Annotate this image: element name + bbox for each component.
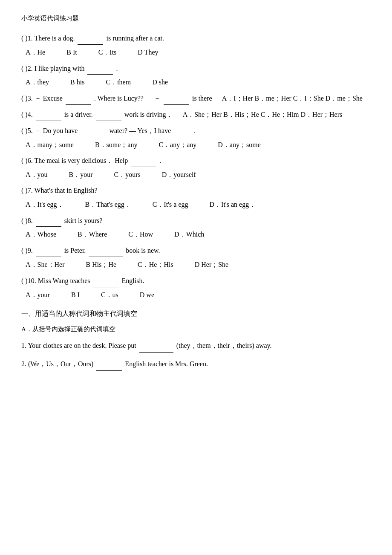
q9-row: ( )9. is Peter. book is new. [21,244,371,257]
question-10: ( )10. Miss Wang teaches English. A．your… [21,275,371,301]
q7-opt-a: A．It's egg． [26,199,64,211]
q1-opt-b: B It [66,46,77,59]
q3-after1: . Where is Lucy?? [94,95,144,102]
question-8: ( )8. skirt is yours? A．Whose B．Where C．… [21,214,371,241]
q6-opt-d: D．yourself [162,169,196,181]
q4-blank1 [36,108,61,121]
q9-options: A．She；Her B His；He C．He；His D Her；She [26,259,371,271]
q6-blank [131,154,156,167]
q9-opt-d: D Her；She [195,259,229,271]
sa2-text: (We，Us，Our，Ours) [28,360,93,367]
q2-options: A．they B his C．them D she [26,76,371,89]
q4-number: ( )4. [21,111,33,118]
q10-opt-d: D we [140,289,154,301]
q7-opt-d: D．It's an egg． [210,199,256,211]
sa2-blank [96,357,122,371]
q6-number: ( )6. [21,157,33,164]
q5-text: － Do you have [35,127,78,134]
q10-text: Miss Wang teaches [38,277,90,284]
q10-blank [93,275,119,287]
q10-options: A．your B I C．us D we [26,289,371,301]
q2-opt-a: A．they [26,76,49,89]
question-3: ( )3. － Excuse . Where is Lucy?? － is th… [21,92,371,105]
q8-opt-c: C．How [128,228,153,241]
q8-options: A．Whose B．Where C．How D．Which [26,228,371,241]
q7-number: ( )7. [21,187,33,194]
q1-options: A．He B It C．Its D They [26,46,371,59]
q5-opt-c: C．any；any [159,139,196,151]
sa1-text: Your clothes are on the desk. Please put [28,342,136,349]
q3-blank1 [66,92,91,105]
q6-row: ( )6. The meal is very delicious． Help . [21,154,371,167]
question-4: ( )4. is a driver. work is driving． A．Sh… [21,108,371,121]
question-5: ( )5. － Do you have water? — Yes，I have … [21,124,371,151]
q8-after: skirt is yours? [64,217,103,224]
q8-number: ( )8. [21,217,33,224]
q2-opt-b: B his [70,76,84,89]
q3-text: － Excuse [35,95,63,102]
q6-opt-b: B．your [69,169,93,181]
q5-opt-d: D．any；some [218,139,260,151]
q1-after: is running after a cat. [106,35,164,42]
q6-opt-a: A．you [26,169,48,181]
q9-blank1 [36,244,61,257]
q5-after2: . [194,127,196,134]
q10-opt-a: A．your [26,289,50,301]
q7-opt-c: C．It's a egg [153,199,188,211]
q2-opt-c: C．them [106,76,131,89]
q2-after: . [116,65,118,72]
q5-row: ( )5. － Do you have water? — Yes，I have … [21,124,371,137]
q10-opt-c: C．us [101,289,118,301]
sa1-after: (they，them，their，theirs) away. [176,342,272,349]
q8-opt-b: B．Where [78,228,107,241]
subsection-a-title: A．从括号内选择正确的代词填空 [21,324,371,335]
q8-row: ( )8. skirt is yours? [21,214,371,227]
q9-number: ( )9. [21,247,33,254]
q1-opt-a: A．He [26,46,45,59]
q1-row: ( )1. There is a dog. is running after a… [21,32,371,45]
q2-text: I like playing with [35,65,85,72]
q5-opt-b: B．some；any [95,139,138,151]
q3-part2: － [154,95,161,102]
q3-opts-inline: A．I；Her B．me；Her C．I；She D．me；She [222,95,363,102]
q2-number: ( )2. [21,65,33,72]
q7-options: A．It's egg． B．That's egg． C．It's a egg D… [26,199,371,211]
q9-blank2 [89,244,123,257]
q9-opt-c: C．He；His [138,259,173,271]
q6-text: The meal is very delicious． Help [34,157,128,164]
question-2: ( )2. I like playing with . A．they B his… [21,62,371,89]
q3-number: ( )3. [21,95,33,102]
sa2-number: 2. [21,360,26,367]
q7-text: What's that in English? [34,187,97,194]
q4-row: ( )4. is a driver. work is driving． A．Sh… [21,108,371,121]
q6-options: A．you B．your C．yours D．yourself [26,169,371,181]
q3-blank2 [164,92,189,105]
sa-question-2: 2. (We，Us，Our，Ours) English teacher is M… [21,357,371,371]
q1-blank [78,32,103,45]
sa1-number: 1. [21,342,26,349]
q5-blank2 [174,124,191,137]
question-1: ( )1. There is a dog. is running after a… [21,32,371,59]
q9-after1: is Peter. [64,247,86,254]
question-9: ( )9. is Peter. book is new. A．She；Her B… [21,244,371,271]
q2-row: ( )2. I like playing with . [21,62,371,75]
q10-opt-b: B I [71,289,80,301]
sa2-after: English teacher is Mrs. Green. [125,360,208,367]
q2-opt-d: D she [152,76,168,89]
q5-blank1 [81,124,106,137]
q10-after: English. [122,277,144,284]
q8-opt-d: D．Which [174,228,204,241]
q8-opt-a: A．Whose [26,228,56,241]
q1-text: There is a dog. [34,35,75,42]
q4-blank2 [96,108,121,121]
q7-row: ( )7. What's that in English? [21,185,371,197]
q8-blank [36,214,61,227]
q4-opts-inline: A．She；Her B．His；He C．He；Him D．Her；Hers [183,111,343,118]
question-7: ( )7. What's that in English? A．It's egg… [21,185,371,211]
q4-after2: work is driving． [124,111,173,118]
q5-opt-a: A．many；some [26,139,74,151]
page-title: 小学英语代词练习题 [21,13,371,24]
q10-row: ( )10. Miss Wang teaches English. [21,275,371,287]
q2-blank [87,62,113,75]
q5-after1: water? — Yes，I have [109,127,171,134]
